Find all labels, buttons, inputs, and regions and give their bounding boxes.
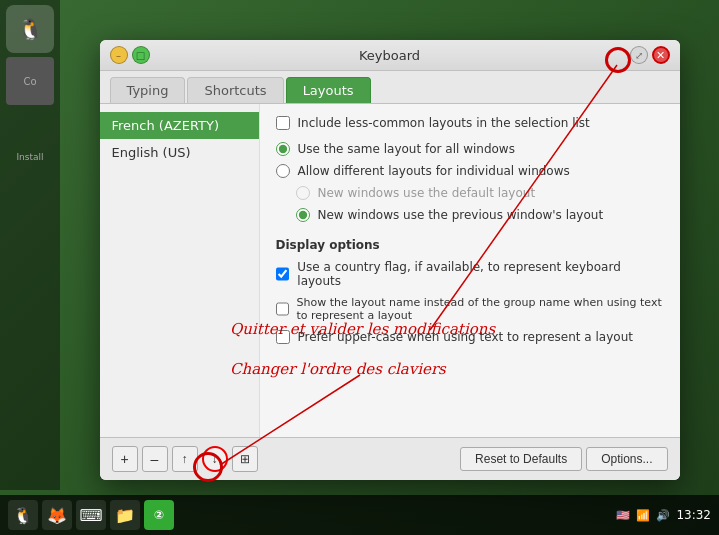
close-button[interactable]: ✕ [652,46,670,64]
country-flag-row: Use a country flag, if available, to rep… [276,260,664,288]
network-icon: 📶 [636,509,650,522]
layout-sidebar: French (AZERTY) English (US) [100,104,260,437]
taskbar-icon-4[interactable]: 📁 [110,500,140,530]
tab-layouts[interactable]: Layouts [286,77,371,103]
dialog-overlay: – □ Keyboard ⤢ ✕ Typing [60,30,719,495]
different-layouts-radio[interactable] [276,164,290,178]
new-windows-previous-radio[interactable] [296,208,310,222]
layout-name-row: Show the layout name instead of the grou… [276,296,664,322]
taskbar-sys-icons: 🇺🇸 📶 🔊 13:32 [616,508,711,522]
upper-case-row: Prefer upper-case when using text to rep… [276,330,664,344]
dock-icon-2[interactable]: Co [6,57,54,105]
same-layout-label: Use the same layout for all windows [298,142,515,156]
new-windows-previous-row: New windows use the previous window's la… [276,208,664,222]
taskbar-icon-5[interactable]: ② [144,500,174,530]
expand-button[interactable]: ⤢ [630,46,648,64]
remove-layout-button[interactable]: – [142,446,168,472]
different-layouts-row: Allow different layouts for individual w… [276,164,664,178]
taskbar-icon-2[interactable]: 🦊 [42,500,72,530]
different-layouts-label: Allow different layouts for individual w… [298,164,570,178]
tab-typing[interactable]: Typing [110,77,186,103]
dock-install[interactable]: Install [6,133,54,181]
display-options-title: Display options [276,238,664,252]
tab-bar: Typing Shortcuts Layouts [100,71,680,104]
taskbar-icon-3[interactable]: ⌨ [76,500,106,530]
preview-button[interactable]: ⊞ [232,446,258,472]
minimize-button[interactable]: – [110,46,128,64]
layout-name-checkbox[interactable] [276,302,289,316]
less-common-row: Include less-common layouts in the selec… [276,116,664,130]
reset-defaults-button[interactable]: Reset to Defaults [460,447,582,471]
maximize-button[interactable]: □ [132,46,150,64]
sidebar-item-english[interactable]: English (US) [100,139,259,166]
options-button[interactable]: Options... [586,447,667,471]
upper-case-label: Prefer upper-case when using text to rep… [298,330,633,344]
volume-icon: 🔊 [656,509,670,522]
same-layout-radio[interactable] [276,142,290,156]
move-up-button[interactable]: ↑ [172,446,198,472]
less-common-checkbox[interactable] [276,116,290,130]
taskbar-icon-1[interactable]: 🐧 [8,500,38,530]
taskbar-bottom: 🐧 🦊 ⌨ 📁 ② 🇺🇸 📶 🔊 13:32 [0,495,719,535]
window-controls: – □ [110,46,150,64]
flag-icon: 🇺🇸 [616,509,630,522]
dialog-content: French (AZERTY) English (US) Include les… [100,104,680,437]
add-layout-button[interactable]: + [112,446,138,472]
layout-name-label: Show the layout name instead of the grou… [297,296,664,322]
dialog-titlebar: – □ Keyboard ⤢ ✕ [100,40,680,71]
desktop: 🐧 Co Install – □ Keyboard [0,0,719,535]
left-dock: 🐧 Co Install [0,0,60,490]
new-windows-previous-label: New windows use the previous window's la… [318,208,604,222]
dialog-footer: + – ↑ ↓ ⊞ Reset to Defaults Options... [100,437,680,480]
new-windows-default-radio[interactable] [296,186,310,200]
less-common-label: Include less-common layouts in the selec… [298,116,590,130]
clock: 13:32 [676,508,711,522]
dock-icon-1[interactable]: 🐧 [6,5,54,53]
country-flag-label: Use a country flag, if available, to rep… [297,260,663,288]
sidebar-item-french[interactable]: French (AZERTY) [100,112,259,139]
keyboard-dialog: – □ Keyboard ⤢ ✕ Typing [100,40,680,480]
same-layout-row: Use the same layout for all windows [276,142,664,156]
dialog-title: Keyboard [150,48,630,63]
new-windows-default-label: New windows use the default layout [318,186,536,200]
tab-shortcuts[interactable]: Shortcuts [187,77,283,103]
new-windows-default-row: New windows use the default layout [276,186,664,200]
move-down-button[interactable]: ↓ [202,446,228,472]
upper-case-checkbox[interactable] [276,330,290,344]
main-panel: Include less-common layouts in the selec… [260,104,680,437]
country-flag-checkbox[interactable] [276,267,290,281]
